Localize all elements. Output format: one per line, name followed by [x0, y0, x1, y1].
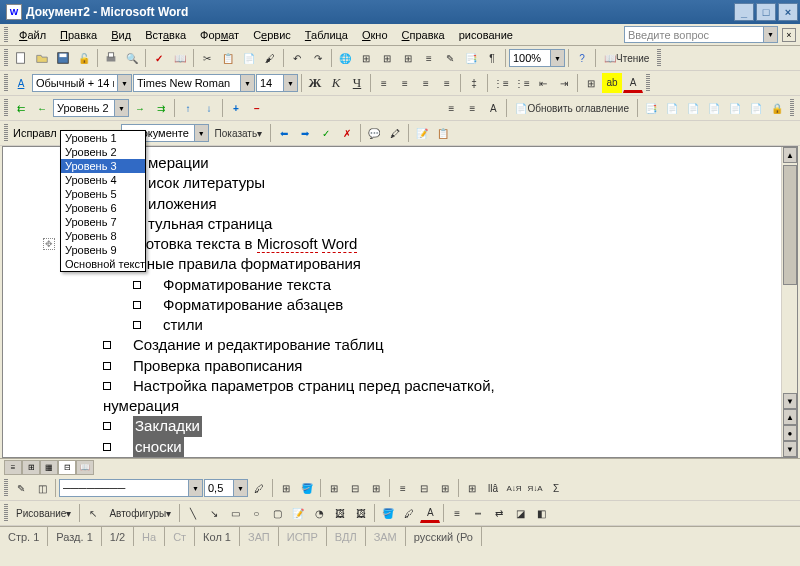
- web-view-button[interactable]: ⊞: [22, 460, 40, 475]
- collapse-button[interactable]: −: [247, 98, 267, 118]
- accept-change-button[interactable]: ✓: [316, 123, 336, 143]
- toolbar-grip[interactable]: [4, 504, 8, 522]
- shading-color-button[interactable]: 🪣: [297, 478, 317, 498]
- first-line-only-button[interactable]: ≡: [462, 98, 482, 118]
- prev-page-button[interactable]: ▲: [783, 409, 797, 425]
- subdoc-lock-button[interactable]: 🔒: [767, 98, 787, 118]
- toolbar-grip[interactable]: [4, 49, 8, 67]
- new-comment-button[interactable]: 💬: [364, 123, 384, 143]
- bold-button[interactable]: Ж: [305, 73, 325, 93]
- print-button[interactable]: [101, 48, 121, 68]
- new-doc-button[interactable]: [11, 48, 31, 68]
- draw-table-button[interactable]: ✎: [11, 478, 31, 498]
- distribute-cols-button[interactable]: ⊞: [435, 478, 455, 498]
- spellcheck-button[interactable]: ✓: [149, 48, 169, 68]
- paste-button[interactable]: 📄: [239, 48, 259, 68]
- borders-button[interactable]: ⊞: [581, 73, 601, 93]
- next-change-button[interactable]: ➡: [295, 123, 315, 143]
- level-option-1[interactable]: Уровень 1: [61, 131, 145, 145]
- status-trk[interactable]: ИСПР: [279, 527, 327, 546]
- menu-help[interactable]: Справка: [395, 27, 452, 43]
- rectangle-tool-button[interactable]: ▭: [225, 503, 245, 523]
- close-button[interactable]: ×: [778, 3, 798, 21]
- align-center-button[interactable]: ≡: [395, 73, 415, 93]
- reject-change-button[interactable]: ✗: [337, 123, 357, 143]
- browse-object-button[interactable]: ●: [783, 425, 797, 441]
- expand-button[interactable]: +: [226, 98, 246, 118]
- reading-view-button[interactable]: 📖: [76, 460, 94, 475]
- style-input[interactable]: [32, 74, 118, 92]
- outline-view-button[interactable]: ⊟: [58, 460, 76, 475]
- subdoc-split-button[interactable]: 📄: [746, 98, 766, 118]
- font-input[interactable]: [133, 74, 241, 92]
- autoshapes-button[interactable]: Автофигуры ▾: [104, 503, 176, 523]
- prev-change-button[interactable]: ⬅: [274, 123, 294, 143]
- line-weight-dropdown[interactable]: ▼: [234, 479, 248, 497]
- insert-table-btn[interactable]: ⊞: [324, 478, 344, 498]
- move-down-button[interactable]: ↓: [199, 98, 219, 118]
- research-button[interactable]: 📖: [170, 48, 190, 68]
- line-weight-combo[interactable]: ▼: [204, 479, 248, 497]
- line-spacing-button[interactable]: ‡: [464, 73, 484, 93]
- merge-cells-button[interactable]: ⊟: [345, 478, 365, 498]
- promote-button[interactable]: ←: [32, 98, 52, 118]
- excel-button[interactable]: ⊞: [398, 48, 418, 68]
- scroll-up-button[interactable]: ▲: [783, 147, 797, 163]
- decrease-indent-button[interactable]: ⇤: [533, 73, 553, 93]
- open-button[interactable]: [32, 48, 52, 68]
- eraser-button[interactable]: ◫: [32, 478, 52, 498]
- toolbar-grip[interactable]: [4, 99, 8, 117]
- demote-button[interactable]: →: [130, 98, 150, 118]
- normal-view-button[interactable]: ≡: [4, 460, 22, 475]
- line-style-dropdown[interactable]: ▼: [189, 479, 203, 497]
- style-dropdown[interactable]: ▼: [118, 74, 132, 92]
- drawing-toolbar-button[interactable]: ✎: [440, 48, 460, 68]
- show-level-button[interactable]: ≡: [441, 98, 461, 118]
- hyperlink-button[interactable]: 🌐: [335, 48, 355, 68]
- underline-button[interactable]: Ч: [347, 73, 367, 93]
- dash-style-button[interactable]: ┅: [468, 503, 488, 523]
- status-lang[interactable]: русский (Ро: [406, 527, 482, 546]
- reviewing-pane-button[interactable]: 📋: [433, 123, 453, 143]
- style-combo[interactable]: ▼: [32, 74, 132, 92]
- display-dropdown[interactable]: ▼: [195, 124, 209, 142]
- menu-view[interactable]: Вид: [104, 27, 138, 43]
- font-dropdown[interactable]: ▼: [241, 74, 255, 92]
- menu-edit[interactable]: Правка: [53, 27, 104, 43]
- master-doc-button[interactable]: 📑: [641, 98, 661, 118]
- menu-drawing[interactable]: рисование: [452, 27, 520, 43]
- cut-button[interactable]: ✂: [197, 48, 217, 68]
- textbox-tool-button[interactable]: ▢: [267, 503, 287, 523]
- split-cells-button[interactable]: ⊞: [366, 478, 386, 498]
- move-up-button[interactable]: ↑: [178, 98, 198, 118]
- level-option-4[interactable]: Уровень 4: [61, 173, 145, 187]
- zoom-dropdown[interactable]: ▼: [551, 49, 565, 67]
- zoom-input[interactable]: [509, 49, 551, 67]
- autosum-button[interactable]: Σ: [546, 478, 566, 498]
- line-color-button[interactable]: 🖊: [399, 503, 419, 523]
- highlight-color-button[interactable]: ab: [602, 73, 622, 93]
- maximize-button[interactable]: □: [756, 3, 776, 21]
- picture-button[interactable]: 🖼: [351, 503, 371, 523]
- drawing-menu-button[interactable]: Рисование ▾: [11, 503, 76, 523]
- subdoc-merge-button[interactable]: 📄: [725, 98, 745, 118]
- distribute-rows-button[interactable]: ⊟: [414, 478, 434, 498]
- shadow-button[interactable]: ◪: [510, 503, 530, 523]
- level-option-8[interactable]: Уровень 8: [61, 229, 145, 243]
- highlight-tool-button[interactable]: 🖍: [385, 123, 405, 143]
- level-option-2[interactable]: Уровень 2: [61, 145, 145, 159]
- demote-body-button[interactable]: ⇉: [151, 98, 171, 118]
- menu-table[interactable]: Таблица: [298, 27, 355, 43]
- subdoc-insert-button[interactable]: 📄: [704, 98, 724, 118]
- align-cell-button[interactable]: ≡: [393, 478, 413, 498]
- line-style-combo[interactable]: ▼: [59, 479, 203, 497]
- outline-level-input[interactable]: [53, 99, 115, 117]
- outside-border-button[interactable]: ⊞: [276, 478, 296, 498]
- sort-asc-button[interactable]: А↓Я: [504, 478, 524, 498]
- increase-indent-button[interactable]: ⇥: [554, 73, 574, 93]
- arrow-tool-button[interactable]: ↘: [204, 503, 224, 523]
- fill-color-button[interactable]: 🪣: [378, 503, 398, 523]
- line-style-input[interactable]: [59, 479, 189, 497]
- level-option-3[interactable]: Уровень 3: [61, 159, 145, 173]
- status-rec[interactable]: ЗАП: [240, 527, 279, 546]
